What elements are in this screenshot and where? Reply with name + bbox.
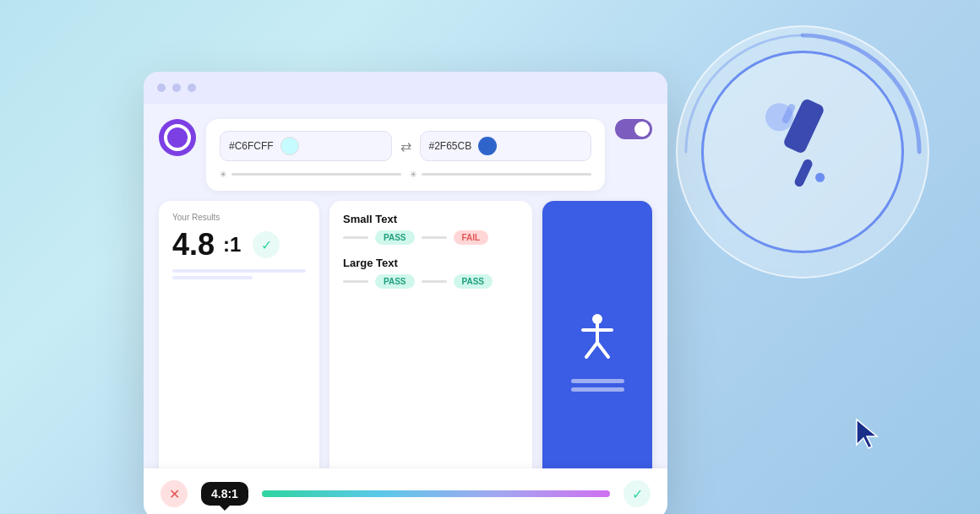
arc-svg (678, 27, 928, 277)
large-text-section: Large Text PASS PASS (343, 257, 519, 289)
large-pass-badge1: PASS (375, 274, 415, 289)
svg-line-4 (586, 343, 597, 357)
color1-hex: #C6FCFF (229, 140, 274, 152)
results-label: Your Results (172, 213, 306, 222)
window-dot-2 (172, 84, 181, 92)
color1-swatch[interactable] (280, 137, 299, 155)
toggle-area (615, 119, 652, 139)
acc-line1 (571, 379, 624, 383)
text-check-card: Small Text PASS FAIL Large Text PASS (329, 201, 532, 504)
cursor-arrow (853, 418, 883, 455)
color2-hex: #2F65CB (429, 140, 472, 152)
eyedropper-circle (676, 25, 929, 279)
small-line1 (343, 236, 368, 239)
large-line2 (422, 280, 447, 283)
ratio-number: 4.8 (172, 227, 215, 262)
accessibility-icon (576, 313, 618, 367)
eyedropper-outer (676, 25, 929, 279)
slider2[interactable]: ✳ (410, 170, 591, 179)
bottom-section: Your Results 4.8 :1 ✓ (159, 201, 652, 504)
browser-window: #C6FCFF ⇄ #2F65CB ✳ (144, 72, 667, 514)
small-fail-badge: FAIL (454, 230, 489, 245)
bar-short (172, 276, 253, 279)
color-picker-card: #C6FCFF ⇄ #2F65CB ✳ (206, 119, 605, 191)
color2-input[interactable]: #2F65CB (420, 131, 592, 161)
swap-button[interactable]: ⇄ (400, 138, 411, 154)
window-dot-1 (157, 84, 166, 92)
slider2-icon: ✳ (410, 170, 416, 179)
small-pass-badge: PASS (375, 230, 415, 245)
bar-full (172, 269, 306, 273)
sliders-row: ✳ ✳ (220, 170, 591, 179)
large-line1 (343, 280, 368, 283)
large-text-label: Large Text (343, 257, 519, 269)
browser-content: #C6FCFF ⇄ #2F65CB ✳ (144, 104, 667, 514)
x-icon: ✕ (161, 480, 188, 507)
ratio-display: 4.8 :1 ✓ (172, 227, 306, 262)
window-dot-3 (188, 84, 196, 92)
slider1[interactable]: ✳ (220, 170, 401, 179)
color-row: #C6FCFF ⇄ #2F65CB (220, 131, 591, 161)
slider1-track (231, 173, 401, 176)
toggle-switch[interactable] (615, 119, 652, 139)
bottom-bar: ✕ 4.8:1 ✓ (144, 468, 667, 514)
small-text-label: Small Text (343, 213, 519, 225)
toggle-knob (634, 122, 650, 137)
small-badge-row: PASS FAIL (343, 230, 519, 245)
large-badge-row: PASS PASS (343, 274, 519, 289)
check-icon-green: ✓ (623, 480, 651, 507)
color1-input[interactable]: #C6FCFF (220, 131, 392, 161)
large-pass-badge2: PASS (454, 274, 493, 289)
browser-titlebar (144, 72, 667, 104)
svg-line-5 (597, 343, 608, 357)
top-section: #C6FCFF ⇄ #2F65CB ✳ (159, 119, 652, 191)
slider2-track (422, 173, 591, 176)
gradient-progress-bar (262, 490, 610, 497)
result-bars (172, 269, 306, 279)
ratio-tooltip: 4.8:1 (201, 482, 248, 506)
slider1-icon: ✳ (220, 170, 226, 179)
accessibility-lines (571, 379, 624, 392)
logo (159, 119, 196, 160)
color2-swatch[interactable] (478, 137, 497, 155)
ratio-colon: :1 (223, 233, 241, 257)
small-text-section: Small Text PASS FAIL (343, 213, 519, 245)
results-card: Your Results 4.8 :1 ✓ (159, 201, 319, 504)
small-line2 (422, 236, 447, 239)
acc-line2 (571, 387, 624, 392)
accessibility-card (542, 201, 652, 504)
check-circle: ✓ (253, 231, 280, 258)
